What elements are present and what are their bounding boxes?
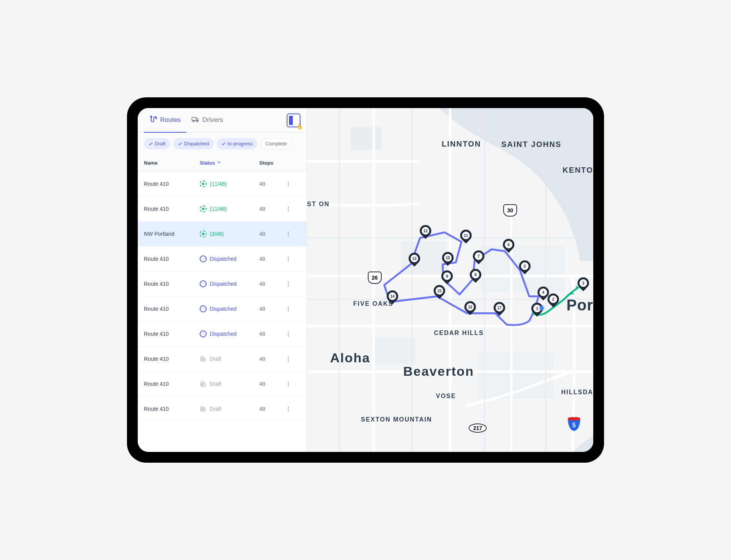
route-status: Dispatched: [200, 255, 237, 262]
row-menu-button[interactable]: [284, 280, 292, 288]
col-header-status[interactable]: Status: [200, 160, 259, 166]
progress-icon: [200, 205, 207, 212]
filter-draft[interactable]: Draft: [144, 138, 170, 149]
svg-point-4: [197, 120, 198, 122]
tab-drivers[interactable]: Drivers: [186, 108, 229, 133]
map-pin-13[interactable]: 13: [409, 253, 420, 267]
map-pin-8[interactable]: 8: [470, 269, 481, 283]
map-pin-15[interactable]: 15: [434, 285, 445, 300]
map-view[interactable]: LINNTON SAINT JOHNS KENTO FIVE OAKS ST O…: [307, 108, 593, 452]
map-pin-6[interactable]: 6: [503, 239, 514, 253]
pin-number: 9: [443, 272, 451, 280]
tab-routes[interactable]: Routes: [144, 108, 186, 133]
route-name: NW Portland: [144, 231, 200, 237]
filter-complete[interactable]: Complete: [260, 138, 292, 149]
route-stops: 48: [259, 206, 284, 212]
svg-point-3: [193, 120, 194, 122]
map-pin-1[interactable]: 1: [531, 303, 543, 317]
row-menu-button[interactable]: [284, 405, 292, 413]
map-pin-11[interactable]: 11: [460, 230, 472, 244]
map-label-aloha: Aloha: [330, 350, 370, 365]
dispatched-icon: [200, 255, 207, 262]
route-stops: 48: [259, 306, 284, 312]
map-pin-2[interactable]: 2: [547, 293, 559, 308]
route-status: Draft: [200, 380, 221, 387]
pin-number: 4: [539, 288, 547, 296]
app-screen: Routes Drivers 👆 DraftDispatchedIn-progr…: [138, 108, 593, 452]
route-stops: 48: [259, 356, 284, 362]
svg-rect-6: [351, 127, 381, 150]
route-status: (11/48): [200, 205, 227, 212]
filter-label: Complete: [265, 141, 287, 147]
interstate-5-shield: 5: [566, 416, 582, 431]
routes-icon: [149, 115, 157, 125]
tab-bar: Routes Drivers 👆: [138, 108, 307, 133]
map-pin-5[interactable]: 5: [519, 260, 531, 275]
route-list[interactable]: Route 410(11/48)48Route 410(11/48)48NW P…: [138, 172, 307, 452]
svg-rect-2: [192, 117, 196, 120]
map-pin-17[interactable]: 17: [494, 302, 505, 317]
route-row[interactable]: Route 410Dispatched48: [138, 247, 307, 272]
dispatched-icon: [200, 280, 207, 287]
route-row[interactable]: Route 410Draft48: [138, 397, 307, 422]
route-row[interactable]: Route 410(11/48)48: [138, 197, 307, 222]
map-pin-3[interactable]: 3: [577, 277, 589, 292]
route-status: (11/48): [200, 180, 227, 187]
map-label-beaverton: Beaverton: [403, 364, 474, 379]
map-pin-9[interactable]: 9: [441, 270, 453, 285]
truck-icon: [192, 115, 199, 125]
pin-number: 11: [462, 232, 470, 239]
map-pin-10[interactable]: 10: [442, 252, 454, 267]
pin-number: 16: [466, 303, 474, 311]
pin-number: 2: [549, 295, 557, 303]
filter-row: DraftDispatchedIn-progressComplete: [138, 133, 307, 155]
row-menu-button[interactable]: [284, 330, 292, 338]
row-menu-button[interactable]: [284, 205, 292, 213]
route-status: Draft: [200, 405, 221, 412]
col-header-stops[interactable]: Stops: [259, 160, 284, 166]
row-menu-button[interactable]: [284, 230, 292, 238]
route-name: Route 410: [144, 381, 200, 387]
route-status: Dispatched: [200, 280, 237, 287]
map-label-portland: Por: [566, 297, 593, 314]
filter-dispatched[interactable]: Dispatched: [173, 138, 214, 149]
map-pin-14[interactable]: 14: [387, 290, 398, 305]
route-row[interactable]: Route 410Dispatched48: [138, 322, 307, 347]
row-menu-button[interactable]: [284, 380, 292, 388]
route-row[interactable]: Route 410Draft48: [138, 372, 307, 397]
filter-in-progress[interactable]: In-progress: [217, 138, 257, 149]
route-row[interactable]: Route 410(11/48)48: [138, 172, 307, 197]
row-menu-button[interactable]: [284, 255, 292, 263]
route-name: Route 410: [144, 206, 200, 212]
route-stops: 48: [259, 381, 284, 387]
route-name: Route 410: [144, 181, 200, 187]
route-row[interactable]: Route 410Dispatched48: [138, 297, 307, 322]
pin-number: 6: [505, 241, 512, 248]
route-name: Route 410: [144, 306, 200, 312]
row-menu-button[interactable]: [284, 305, 292, 313]
route-stops: 48: [259, 231, 284, 237]
progress-icon: [200, 180, 207, 187]
map-label-sexton-mountain: SEXTON MOUNTAIN: [361, 416, 432, 423]
route-stops: 48: [259, 331, 284, 337]
map-pin-12[interactable]: 12: [420, 225, 431, 240]
map-pin-4[interactable]: 4: [537, 287, 549, 301]
col-header-name[interactable]: Name: [144, 160, 200, 166]
svg-rect-7: [401, 242, 446, 276]
route-row[interactable]: Route 410Draft48: [138, 347, 307, 372]
hwy-26-shield: 26: [368, 272, 382, 284]
row-menu-button[interactable]: [284, 355, 292, 363]
row-menu-button[interactable]: [284, 180, 292, 188]
route-stops: 48: [259, 181, 284, 187]
table-header: Name Status Stops: [138, 155, 307, 172]
cursor-hand-icon: 👆: [296, 123, 303, 130]
collapse-sidebar-button[interactable]: 👆: [287, 113, 300, 127]
map-pin-16[interactable]: 16: [464, 301, 476, 316]
pin-number: 12: [422, 227, 429, 235]
map-label-kenton: KENTO: [562, 166, 593, 175]
sidebar: Routes Drivers 👆 DraftDispatchedIn-progr…: [138, 108, 307, 452]
route-row[interactable]: Route 410Dispatched48: [138, 272, 307, 297]
map-pin-7[interactable]: 7: [473, 250, 484, 265]
map-label-linnton: LINNTON: [442, 140, 481, 148]
route-row[interactable]: NW Portland(3/48)48: [138, 222, 307, 247]
